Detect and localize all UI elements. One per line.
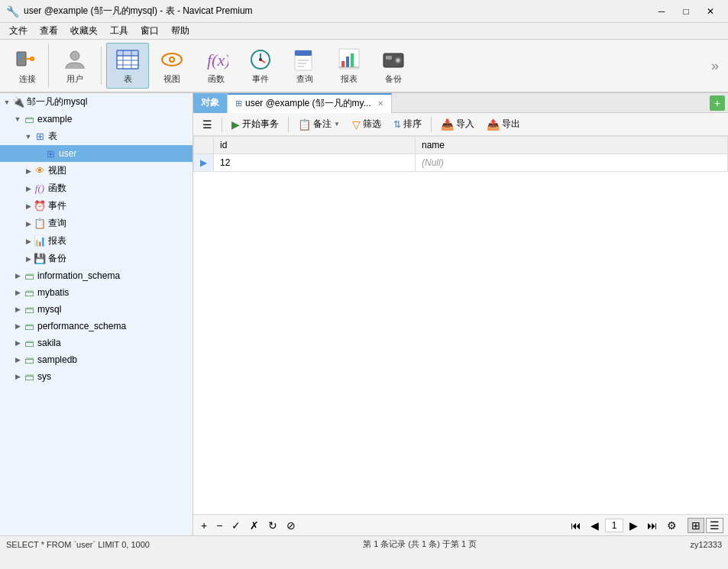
sidebar-group-function[interactable]: ▶ f() 函数 (0, 179, 193, 197)
tab-bar: 对象 ⊞ user @example (邹一凡的my... ✕ + (193, 93, 728, 113)
table-tab-label: user @example (邹一凡的my... (245, 97, 371, 110)
sidebar-db-mybatis[interactable]: ▶ 🗃 mybatis (0, 284, 193, 301)
page-prev-button[interactable]: ◀ (587, 519, 602, 532)
menu-favorites[interactable]: 收藏夹 (64, 23, 104, 39)
begin-transaction-button[interactable]: ▶ 开始事务 (227, 116, 283, 132)
db-perf-schema-label: performance_schema (37, 321, 126, 331)
sidebar-group-event[interactable]: ▶ ⏰ 事件 (0, 197, 193, 215)
page-next-button[interactable]: ▶ (626, 519, 641, 532)
menu-tools[interactable]: 工具 (104, 23, 134, 39)
stop-button[interactable]: ⊘ (283, 519, 299, 532)
table-button[interactable]: 表 (106, 43, 149, 89)
query-group-icon: 📋 (34, 218, 46, 230)
list-view-button[interactable]: ☰ (706, 518, 723, 533)
export-button[interactable]: 📤 导出 (482, 116, 525, 132)
backup-icon (381, 47, 406, 72)
sidebar-db-sampledb[interactable]: ▶ 🗃 sampledb (0, 351, 193, 368)
confirm-button[interactable]: ✓ (228, 519, 244, 532)
col-id[interactable]: id (214, 137, 416, 154)
import-label: 导入 (456, 118, 474, 131)
view-label: 视图 (163, 73, 180, 85)
svg-point-34 (396, 59, 400, 62)
expand-mysql-icon: ▶ (12, 304, 23, 315)
sidebar-group-table[interactable]: ▼ ⊞ 表 (0, 128, 193, 145)
minimize-button[interactable]: ─ (650, 4, 673, 19)
app-icon: 🔧 (6, 5, 19, 18)
query-button[interactable]: 查询 (283, 43, 326, 89)
toolbar-more[interactable]: » (711, 58, 722, 74)
sidebar-group-backup[interactable]: ▶ 💾 备份 (0, 250, 193, 267)
tab-objects[interactable]: 对象 (193, 93, 228, 113)
sidebar-connection[interactable]: ▼ 🔌 邹一凡的mysql (0, 93, 193, 111)
settings-button[interactable]: ⚙ (664, 519, 680, 532)
cell-name-value: (Null) (422, 157, 444, 168)
svg-point-15 (170, 58, 173, 61)
table-group-label: 表 (48, 130, 57, 143)
add-row-button[interactable]: + (198, 519, 210, 532)
sidebar-db-example[interactable]: ▼ 🗃 example (0, 111, 193, 128)
mybatis-icon: 🗃 (23, 286, 35, 299)
grid-view-button[interactable]: ⊞ (688, 518, 704, 533)
expand-mybatis-icon: ▶ (12, 287, 23, 298)
svg-point-4 (30, 57, 34, 61)
cell-name[interactable]: (Null) (416, 154, 728, 172)
grid-icon: ⊞ (691, 519, 700, 532)
connection-icon: 🔌 (12, 96, 24, 108)
data-table: id name ▶ 12 (Null) (193, 136, 728, 172)
bottom-toolbar: + − ✓ ✗ ↻ ⊘ ⏮ ◀ (193, 514, 728, 535)
user-button[interactable]: 用户 (53, 43, 96, 89)
menu-help[interactable]: 帮助 (165, 23, 196, 39)
subtoolbar-sep1 (222, 117, 222, 132)
table-row[interactable]: ▶ 12 (Null) (194, 154, 728, 172)
report-button[interactable]: 报表 (328, 43, 370, 89)
col-name[interactable]: name (416, 137, 728, 154)
sort-button[interactable]: ⇅ 排序 (389, 116, 426, 132)
comment-label: 备注 (313, 118, 332, 131)
tab-table-user[interactable]: ⊞ user @example (邹一凡的my... ✕ (228, 93, 392, 113)
close-tab-icon[interactable]: ✕ (377, 99, 383, 108)
discard-button[interactable]: ✗ (247, 519, 262, 532)
comment-button[interactable]: 📋 备注 ▼ (293, 116, 345, 132)
sidebar-group-view[interactable]: ▶ 👁 视图 (0, 162, 193, 179)
sidebar-table-user[interactable]: ⊞ user (0, 145, 193, 162)
page-first-button[interactable]: ⏮ (568, 519, 584, 532)
sidebar-db-perf-schema[interactable]: ▶ 🗃 performance_schema (0, 318, 193, 335)
expand-view-icon: ▶ (23, 166, 34, 176)
backup-group-label: 备份 (48, 252, 66, 265)
sidebar-group-report[interactable]: ▶ 📊 报表 (0, 232, 193, 250)
user-label: 用户 (66, 73, 83, 85)
db-example-label: example (37, 114, 72, 124)
perf-schema-icon: 🗃 (23, 320, 35, 332)
function-icon: f(x) (204, 47, 228, 72)
connect-button[interactable]: 连接 (6, 43, 49, 89)
menu-view[interactable]: 查看 (34, 23, 64, 39)
import-button[interactable]: 📥 导入 (436, 116, 479, 132)
begin-transaction-label: 开始事务 (242, 118, 279, 131)
refresh-button[interactable]: ↻ (265, 519, 280, 532)
status-sql: SELECT * FROM `user` LIMIT 0, 1000 (6, 540, 150, 549)
hamburger-icon: ☰ (202, 118, 212, 131)
cell-id[interactable]: 12 (214, 154, 416, 172)
report-icon (337, 47, 361, 72)
remove-row-button[interactable]: − (213, 519, 225, 532)
close-button[interactable]: ✕ (699, 4, 722, 19)
event-button[interactable]: 事件 (239, 43, 282, 89)
add-tab-button[interactable]: + (710, 95, 725, 111)
sidebar-group-query[interactable]: ▶ 📋 查询 (0, 215, 193, 232)
sidebar-db-sys[interactable]: ▶ 🗃 sys (0, 368, 193, 385)
sidebar-db-info-schema[interactable]: ▶ 🗃 information_schema (0, 267, 193, 284)
menu-window[interactable]: 窗口 (134, 23, 165, 39)
sidebar-db-sakila[interactable]: ▶ 🗃 sakila (0, 335, 193, 351)
sidebar-db-mysql[interactable]: ▶ 🗃 mysql (0, 301, 193, 318)
function-group-label: 函数 (48, 182, 66, 195)
menu-file[interactable]: 文件 (3, 23, 34, 39)
expand-sys-icon: ▶ (12, 371, 23, 382)
filter-button[interactable]: ▽ 筛选 (348, 116, 386, 132)
page-navigation: ⏮ ◀ 1 ▶ ⏭ ⚙ ⊞ (568, 518, 723, 533)
backup-button[interactable]: 备份 (372, 43, 415, 89)
menu-toggle-button[interactable]: ☰ (198, 117, 217, 132)
page-last-button[interactable]: ⏭ (644, 519, 661, 532)
function-button[interactable]: f(x) 函数 (195, 43, 238, 89)
view-button[interactable]: 视图 (150, 43, 193, 89)
maximize-button[interactable]: □ (675, 4, 697, 19)
